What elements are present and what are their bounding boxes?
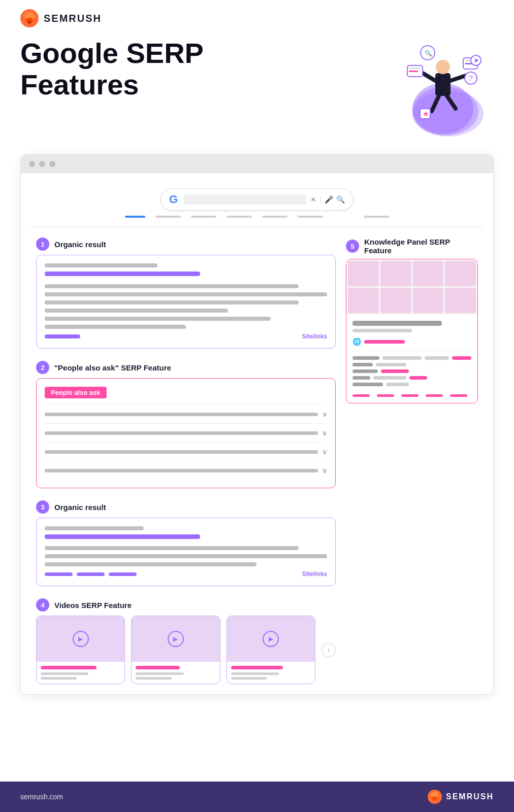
video-info-2 xyxy=(132,662,219,684)
org1-line7 xyxy=(45,317,271,321)
play-btn-2: ▶ xyxy=(168,631,184,647)
kp-value-pink-1 xyxy=(452,356,471,360)
footer-logo-text: SEMRUSH xyxy=(446,792,494,801)
kp-thumb-wrapper-4 xyxy=(426,392,447,397)
org1-line5 xyxy=(45,300,299,304)
kp-thumb-label-3 xyxy=(401,394,419,397)
serp-left-column: 1 Organic result xyxy=(36,238,336,684)
svg-point-3 xyxy=(27,21,31,24)
kp-info-block xyxy=(352,356,471,386)
section-4-label: 4 Videos SERP Feature xyxy=(36,598,336,612)
chevron-1: ∨ xyxy=(322,410,327,418)
org1-line1 xyxy=(45,263,157,267)
search-input-placeholder[interactable] xyxy=(184,194,306,205)
org1-line3 xyxy=(45,284,299,288)
section-2-paa: 2 "People also ask" SERP Feature People … xyxy=(36,361,336,488)
organic-box-3: Sitelinks xyxy=(36,518,336,586)
chevron-3: ∨ xyxy=(322,448,327,456)
knowledge-panel-box: 🌐 xyxy=(346,259,478,403)
kp-label-3 xyxy=(352,369,378,373)
kp-info-row-4 xyxy=(352,376,471,380)
kp-thumb-label-4 xyxy=(426,394,443,397)
clear-icon: ✕ xyxy=(310,195,316,204)
serp-right-column: 5 Knowledge Panel SERP Feature xyxy=(346,238,478,684)
section-5-label: 5 Knowledge Panel SERP Feature xyxy=(346,238,478,255)
video-pink-bar-2 xyxy=(136,666,180,669)
vgl-1a xyxy=(41,672,88,675)
org3-line1 xyxy=(45,526,144,530)
kp-info-row-3 xyxy=(352,369,471,373)
section-4-videos: 4 Videos SERP Feature ▶ xyxy=(36,598,336,684)
section-1-organic: 1 Organic result xyxy=(36,238,336,349)
kp-value-pink-3 xyxy=(381,369,409,373)
browser-dot-3 xyxy=(49,161,55,167)
section-2-number: 2 xyxy=(36,361,49,374)
svg-text:🔍: 🔍 xyxy=(425,49,432,57)
svg-rect-18 xyxy=(465,63,472,64)
kp-thumb-wrapper-5 xyxy=(450,392,471,397)
mic-icon: 🎤 xyxy=(325,195,333,204)
paa-box: People also ask ∨ ∨ ∨ xyxy=(36,378,336,488)
top-header: SEMRUSH xyxy=(0,0,514,32)
org3-line5 xyxy=(45,562,256,566)
paa-row-4: ∨ xyxy=(45,461,327,480)
google-logo: G xyxy=(169,193,178,206)
video-card-1: ▶ xyxy=(36,616,125,684)
google-search-area: G ✕ | 🎤 🔍 xyxy=(31,183,483,227)
footer-logo-icon xyxy=(428,790,442,804)
kp-body: 🌐 xyxy=(346,315,477,403)
sitelink-chips-row: Sitelinks xyxy=(45,570,327,578)
search-icons: ✕ | 🎤 🔍 xyxy=(310,195,345,204)
organic-box-1: Sitelinks xyxy=(36,255,336,349)
svg-point-8 xyxy=(436,60,450,74)
vgl-1b xyxy=(41,677,77,680)
kp-value-4 xyxy=(373,376,406,380)
vgl-3a xyxy=(231,672,279,675)
sitelink-chip-3b xyxy=(77,572,105,576)
section-5-title: Knowledge Panel SERP Feature xyxy=(364,238,478,255)
video-gray-lines-3 xyxy=(231,672,311,680)
kp-info-row-5 xyxy=(352,383,471,386)
kp-thumb-wrapper-1 xyxy=(352,392,374,397)
section-2-label: 2 "People also ask" SERP Feature xyxy=(36,361,336,374)
org1-line4 xyxy=(45,292,327,296)
kp-divider xyxy=(352,351,471,351)
kp-value-5 xyxy=(386,383,409,386)
section-1-number: 1 xyxy=(36,238,49,251)
svg-rect-14 xyxy=(409,67,421,69)
section-3-organic: 3 Organic result xyxy=(36,500,336,586)
paa-row-line-2 xyxy=(45,431,318,435)
video-info-1 xyxy=(37,662,124,684)
sitelink-chip-3a xyxy=(45,572,73,576)
divider: | xyxy=(319,195,322,204)
org1-line8 xyxy=(45,325,186,329)
section-1-title: Organic result xyxy=(54,240,106,249)
kp-value-1b xyxy=(425,356,449,360)
google-search-bar[interactable]: G ✕ | 🎤 🔍 xyxy=(160,188,354,211)
svg-line-9 xyxy=(423,73,435,81)
sitelink-chip-1 xyxy=(45,334,80,339)
video-gray-lines-2 xyxy=(136,672,215,680)
kp-website-line xyxy=(364,340,405,344)
nav-tab-5 xyxy=(298,216,323,218)
next-button[interactable]: › xyxy=(322,643,336,657)
video-thumbnail-2: ▶ xyxy=(132,616,219,662)
paa-row-line-3 xyxy=(45,450,318,454)
paa-row-3: ∨ xyxy=(45,442,327,461)
sitelinks-row-1: Sitelinks xyxy=(45,333,327,340)
kp-img-3 xyxy=(413,261,444,286)
nav-tab-active xyxy=(125,216,145,218)
play-btn-1: ▶ xyxy=(73,631,89,647)
kp-img-6 xyxy=(380,288,411,313)
video-thumbnail-3: ▶ xyxy=(227,616,315,662)
paa-badge: People also ask xyxy=(45,387,107,398)
video-card-3: ▶ xyxy=(227,616,315,684)
kp-img-1 xyxy=(348,261,379,286)
nav-tab-4 xyxy=(262,216,287,218)
svg-text:?: ? xyxy=(469,74,473,82)
paa-row-line-4 xyxy=(45,469,318,472)
kp-title-line xyxy=(352,321,442,326)
kp-value-2 xyxy=(376,363,406,366)
kp-img-8 xyxy=(445,288,476,313)
org3-line2 xyxy=(45,534,200,539)
